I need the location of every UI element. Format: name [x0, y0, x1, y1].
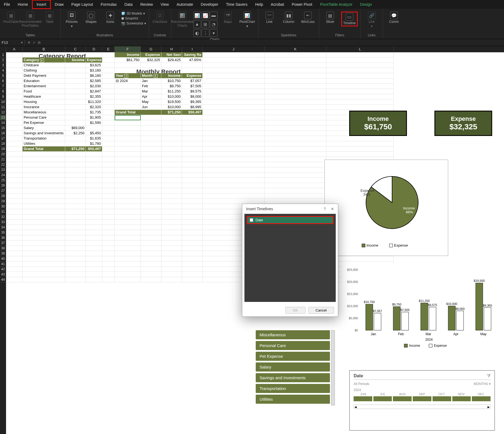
cell-F21[interactable] — [115, 157, 141, 162]
cell-F13[interactable] — [115, 115, 141, 120]
row-header-10[interactable]: 10 — [0, 99, 6, 105]
cell-I28[interactable] — [182, 193, 203, 199]
cell-L7[interactable] — [326, 84, 394, 89]
cell-H13[interactable] — [161, 115, 182, 120]
cell-J11[interactable] — [203, 105, 265, 110]
cell-E23[interactable] — [102, 167, 115, 173]
cell-I6[interactable]: $7,057 — [182, 78, 203, 84]
cell-J18[interactable] — [203, 141, 265, 146]
cell-C39[interactable] — [65, 251, 86, 256]
cell-L6[interactable] — [326, 78, 394, 84]
col-header-E[interactable]: E — [102, 46, 115, 52]
cell-K25[interactable] — [265, 178, 326, 183]
row-header-18[interactable]: 18 — [0, 141, 6, 146]
cell-D6[interactable]: $2,585 — [86, 78, 102, 84]
tab-time-savers[interactable]: Time Savers — [222, 1, 251, 8]
cell-B31[interactable] — [23, 209, 65, 214]
cell-C22[interactable] — [65, 162, 86, 167]
cell-E34[interactable] — [102, 225, 115, 230]
filter-icon[interactable]: ▾ — [124, 74, 128, 78]
cell-G24[interactable] — [141, 173, 161, 178]
cell-G22[interactable] — [141, 162, 161, 167]
cell-F36[interactable] — [115, 235, 141, 241]
col-header-J[interactable]: J — [203, 46, 265, 52]
cell-K4[interactable] — [265, 68, 326, 73]
cell-G26[interactable] — [141, 183, 161, 188]
cell-G3[interactable] — [141, 63, 161, 68]
cell-B32[interactable] — [23, 214, 65, 220]
cell-D41[interactable] — [86, 261, 102, 267]
cell-H25[interactable] — [161, 178, 182, 183]
timeline-button[interactable]: ▭Timeline — [341, 12, 358, 26]
cell-B23[interactable] — [23, 167, 65, 173]
cell-K27[interactable] — [265, 188, 326, 193]
row-header-41[interactable]: 41 — [0, 261, 6, 267]
cell-I39[interactable] — [182, 251, 203, 256]
cell-E21[interactable] — [102, 157, 115, 162]
cell-B8[interactable]: Food — [23, 89, 65, 94]
category-slicer[interactable]: MiscellaneousPersonal CarePet ExpenseSal… — [256, 330, 330, 405]
cell-F37[interactable] — [115, 241, 141, 246]
cell-F26[interactable] — [115, 183, 141, 188]
recommended-charts-button[interactable]: 📊Recommended Charts — [174, 12, 191, 28]
cell-J2[interactable] — [203, 58, 265, 63]
cell-C31[interactable] — [65, 209, 86, 214]
cell-J17[interactable] — [203, 136, 265, 141]
cell-D2[interactable]: Expense — [86, 58, 102, 63]
cell-K2[interactable] — [265, 58, 326, 63]
row-header-22[interactable]: 22 — [0, 162, 6, 167]
cell-B28[interactable] — [23, 193, 65, 199]
cell-C37[interactable] — [65, 241, 86, 246]
cell-A8[interactable] — [6, 89, 23, 94]
cell-A28[interactable] — [6, 193, 23, 199]
cell-G29[interactable] — [141, 199, 161, 204]
cell-K8[interactable] — [265, 89, 326, 94]
cell-K3[interactable] — [265, 63, 326, 68]
cell-D13[interactable]: $1,905 — [86, 115, 102, 120]
tab-help[interactable]: Help — [251, 1, 267, 8]
cell-F17[interactable] — [115, 136, 141, 141]
cell-B35[interactable] — [23, 230, 65, 235]
cell-F38[interactable] — [115, 246, 141, 251]
cell-A25[interactable] — [6, 178, 23, 183]
cell-H38[interactable] — [161, 246, 182, 251]
cell-H33[interactable] — [161, 220, 182, 225]
cell-A10[interactable] — [6, 99, 23, 105]
cell-C40[interactable] — [65, 256, 86, 261]
cell-E26[interactable] — [102, 183, 115, 188]
cell-H34[interactable] — [161, 225, 182, 230]
timeline-bar-dec[interactable] — [472, 396, 491, 401]
cell-A43[interactable] — [6, 272, 23, 277]
cell-K29[interactable] — [265, 199, 326, 204]
cell-C38[interactable] — [65, 246, 86, 251]
chart-type-icon[interactable]: ▾ — [210, 29, 217, 37]
cell-F41[interactable] — [115, 261, 141, 267]
cell-H36[interactable] — [161, 235, 182, 241]
cell-E25[interactable] — [102, 178, 115, 183]
cell-I34[interactable] — [182, 225, 203, 230]
tab-automate[interactable]: Automate — [173, 1, 197, 8]
cell-A31[interactable] — [6, 209, 23, 214]
cell-C5[interactable] — [65, 73, 86, 78]
cell-F39[interactable] — [115, 251, 141, 256]
dialog-cancel-button[interactable]: Cancel — [308, 307, 334, 314]
chart-type-icon[interactable]: ▬ — [210, 12, 217, 19]
cell-I41[interactable] — [182, 261, 203, 267]
cell-J8[interactable] — [203, 89, 265, 94]
cell-A42[interactable] — [6, 267, 23, 272]
cell-A13[interactable] — [6, 115, 23, 120]
cell-B36[interactable] — [23, 235, 65, 241]
cell-G31[interactable] — [141, 209, 161, 214]
slicer-scrollbar[interactable] — [331, 330, 335, 405]
3dmodels-button[interactable]: 🧊 3D Models ▾ — [121, 12, 146, 15]
cell-G36[interactable] — [141, 235, 161, 241]
timeline-field-checkbox[interactable] — [250, 218, 253, 222]
col-header-F[interactable]: F — [115, 46, 141, 52]
cell-C15[interactable]: $69,000 — [65, 125, 86, 131]
cell-E6[interactable] — [102, 78, 115, 84]
cell-L3[interactable] — [326, 63, 394, 68]
cell-A23[interactable] — [6, 167, 23, 173]
cell-G35[interactable] — [141, 230, 161, 235]
cell-J24[interactable] — [203, 173, 265, 178]
cell-I26[interactable] — [182, 183, 203, 188]
